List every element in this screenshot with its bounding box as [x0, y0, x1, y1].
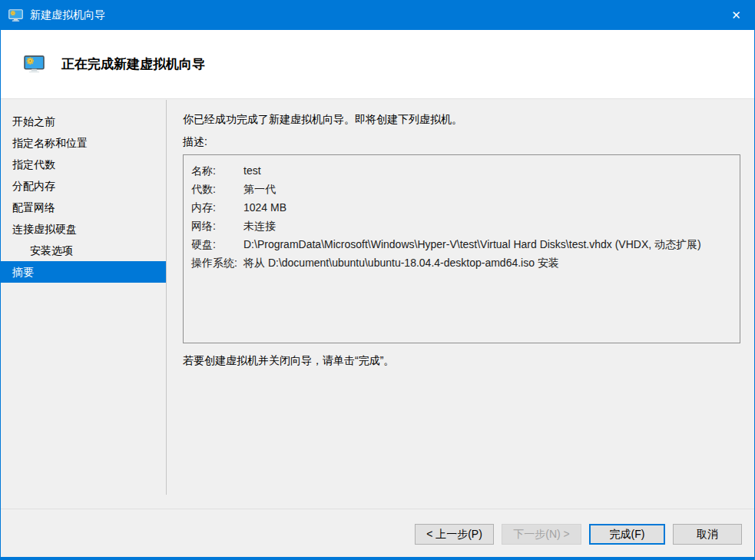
wizard-button-row: < 上一步(P) 下一步(N) > 完成(F) 取消: [415, 524, 742, 545]
vm-monitor-icon: [8, 9, 23, 22]
wizard-header: 正在完成新建虚拟机向导: [1, 30, 754, 99]
wizard-body: 开始之前 指定名称和位置 指定代数 分配内存 配置网络 连接虚拟硬盘 安装选项 …: [1, 100, 754, 557]
sidebar-item-virtual-hard-disk[interactable]: 连接虚拟硬盘: [1, 218, 166, 240]
close-icon: ✕: [731, 8, 741, 22]
summary-row-hard-disk: 硬盘: D:\ProgramData\Microsoft\Windows\Hyp…: [191, 235, 732, 253]
sidebar-item-before-you-begin[interactable]: 开始之前: [1, 111, 166, 132]
next-button[interactable]: 下一步(N) >: [502, 524, 581, 545]
summary-label: 硬盘:: [191, 235, 243, 253]
finish-button[interactable]: 完成(F): [589, 524, 665, 545]
sidebar-item-name-location[interactable]: 指定名称和位置: [1, 132, 166, 154]
summary-value: 将从 D:\document\ubuntu\ubuntu-18.04.4-des…: [243, 253, 559, 272]
finish-hint-text: 若要创建虚拟机并关闭向导，请单击“完成”。: [183, 354, 740, 368]
page-title: 正在完成新建虚拟机向导: [61, 55, 205, 73]
summary-row-name: 名称: test: [191, 161, 732, 180]
summary-row-memory: 内存: 1024 MB: [191, 198, 732, 217]
summary-label: 网络:: [191, 217, 243, 235]
sidebar-item-summary[interactable]: 摘要: [1, 261, 166, 283]
summary-label: 名称:: [191, 161, 243, 180]
summary-row-generation: 代数: 第一代: [191, 180, 732, 198]
cancel-button[interactable]: 取消: [673, 524, 742, 545]
previous-button[interactable]: < 上一步(P): [415, 524, 494, 545]
summary-row-operating-system: 操作系统: 将从 D:\document\ubuntu\ubuntu-18.04…: [191, 253, 732, 272]
summary-description-box[interactable]: 名称: test 代数: 第一代 内存: 1024 MB 网络: 未连接 硬盘:: [183, 154, 740, 343]
summary-page-content: 你已经成功完成了新建虚拟机向导。即将创建下列虚拟机。 描述: 名称: test …: [183, 100, 740, 368]
summary-value: 1024 MB: [243, 198, 286, 217]
sidebar-item-networking[interactable]: 配置网络: [1, 197, 166, 218]
wizard-steps-sidebar: 开始之前 指定名称和位置 指定代数 分配内存 配置网络 连接虚拟硬盘 安装选项 …: [1, 100, 167, 495]
sidebar-item-installation-options[interactable]: 安装选项: [1, 240, 166, 261]
sidebar-item-generation[interactable]: 指定代数: [1, 154, 166, 175]
titlebar: 新建虚拟机向导 ✕: [1, 1, 754, 30]
window-title: 新建虚拟机向导: [30, 8, 718, 22]
close-button[interactable]: ✕: [718, 1, 754, 30]
summary-value: 第一代: [243, 180, 276, 198]
summary-label: 操作系统:: [191, 253, 243, 272]
summary-value: test: [243, 161, 261, 180]
summary-row-network: 网络: 未连接: [191, 217, 732, 235]
description-label: 描述:: [183, 135, 740, 149]
button-area-divider: [1, 509, 754, 509]
vm-monitor-icon: [24, 55, 45, 73]
sidebar-item-memory[interactable]: 分配内存: [1, 175, 166, 197]
summary-label: 内存:: [191, 198, 243, 217]
completion-message: 你已经成功完成了新建虚拟机向导。即将创建下列虚拟机。: [183, 113, 740, 127]
summary-label: 代数:: [191, 180, 243, 198]
summary-value: 未连接: [243, 217, 276, 235]
summary-value: D:\ProgramData\Microsoft\Windows\Hyper-V…: [243, 235, 701, 253]
wizard-window: 新建虚拟机向导 ✕ 正在完成新建虚拟机向导 开始之前 指定名称和位置: [0, 0, 755, 560]
